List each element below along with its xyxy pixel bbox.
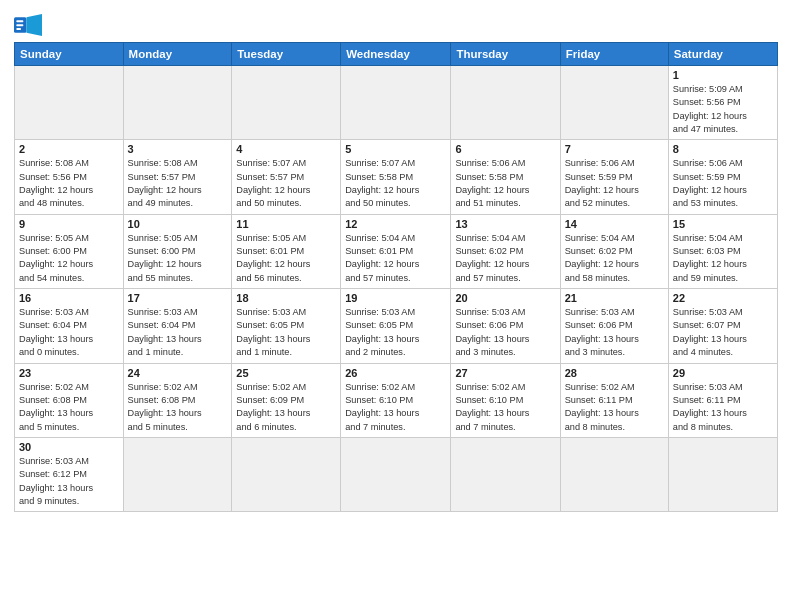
day-info: Sunrise: 5:03 AM Sunset: 6:05 PM Dayligh… bbox=[236, 306, 336, 359]
col-header-wednesday: Wednesday bbox=[341, 43, 451, 66]
svg-rect-3 bbox=[16, 24, 23, 26]
day-info: Sunrise: 5:03 AM Sunset: 6:07 PM Dayligh… bbox=[673, 306, 773, 359]
day-number: 15 bbox=[673, 218, 773, 230]
calendar-cell bbox=[15, 66, 124, 140]
calendar-cell: 14Sunrise: 5:04 AM Sunset: 6:02 PM Dayli… bbox=[560, 214, 668, 288]
day-info: Sunrise: 5:04 AM Sunset: 6:02 PM Dayligh… bbox=[455, 232, 555, 285]
col-header-sunday: Sunday bbox=[15, 43, 124, 66]
day-number: 24 bbox=[128, 367, 228, 379]
day-number: 20 bbox=[455, 292, 555, 304]
calendar-cell: 10Sunrise: 5:05 AM Sunset: 6:00 PM Dayli… bbox=[123, 214, 232, 288]
day-number: 4 bbox=[236, 143, 336, 155]
day-info: Sunrise: 5:03 AM Sunset: 6:11 PM Dayligh… bbox=[673, 381, 773, 434]
calendar-cell: 19Sunrise: 5:03 AM Sunset: 6:05 PM Dayli… bbox=[341, 289, 451, 363]
calendar-cell: 25Sunrise: 5:02 AM Sunset: 6:09 PM Dayli… bbox=[232, 363, 341, 437]
day-info: Sunrise: 5:04 AM Sunset: 6:01 PM Dayligh… bbox=[345, 232, 446, 285]
calendar-header-row: SundayMondayTuesdayWednesdayThursdayFrid… bbox=[15, 43, 778, 66]
calendar-cell: 17Sunrise: 5:03 AM Sunset: 6:04 PM Dayli… bbox=[123, 289, 232, 363]
calendar-cell: 4Sunrise: 5:07 AM Sunset: 5:57 PM Daylig… bbox=[232, 140, 341, 214]
day-number: 28 bbox=[565, 367, 664, 379]
svg-rect-2 bbox=[16, 20, 23, 22]
calendar-cell: 29Sunrise: 5:03 AM Sunset: 6:11 PM Dayli… bbox=[668, 363, 777, 437]
calendar-cell: 20Sunrise: 5:03 AM Sunset: 6:06 PM Dayli… bbox=[451, 289, 560, 363]
day-info: Sunrise: 5:09 AM Sunset: 5:56 PM Dayligh… bbox=[673, 83, 773, 136]
calendar-cell: 22Sunrise: 5:03 AM Sunset: 6:07 PM Dayli… bbox=[668, 289, 777, 363]
day-info: Sunrise: 5:04 AM Sunset: 6:02 PM Dayligh… bbox=[565, 232, 664, 285]
day-info: Sunrise: 5:02 AM Sunset: 6:11 PM Dayligh… bbox=[565, 381, 664, 434]
day-info: Sunrise: 5:03 AM Sunset: 6:06 PM Dayligh… bbox=[455, 306, 555, 359]
day-number: 13 bbox=[455, 218, 555, 230]
day-number: 30 bbox=[19, 441, 119, 453]
calendar-cell bbox=[341, 437, 451, 511]
day-number: 16 bbox=[19, 292, 119, 304]
calendar-week-2: 9Sunrise: 5:05 AM Sunset: 6:00 PM Daylig… bbox=[15, 214, 778, 288]
day-info: Sunrise: 5:03 AM Sunset: 6:06 PM Dayligh… bbox=[565, 306, 664, 359]
calendar-cell: 3Sunrise: 5:08 AM Sunset: 5:57 PM Daylig… bbox=[123, 140, 232, 214]
calendar-cell: 16Sunrise: 5:03 AM Sunset: 6:04 PM Dayli… bbox=[15, 289, 124, 363]
col-header-thursday: Thursday bbox=[451, 43, 560, 66]
day-number: 29 bbox=[673, 367, 773, 379]
calendar-week-0: 1Sunrise: 5:09 AM Sunset: 5:56 PM Daylig… bbox=[15, 66, 778, 140]
calendar-cell: 13Sunrise: 5:04 AM Sunset: 6:02 PM Dayli… bbox=[451, 214, 560, 288]
calendar-cell: 27Sunrise: 5:02 AM Sunset: 6:10 PM Dayli… bbox=[451, 363, 560, 437]
logo bbox=[14, 14, 46, 36]
calendar-cell: 21Sunrise: 5:03 AM Sunset: 6:06 PM Dayli… bbox=[560, 289, 668, 363]
calendar-cell bbox=[232, 66, 341, 140]
calendar-week-4: 23Sunrise: 5:02 AM Sunset: 6:08 PM Dayli… bbox=[15, 363, 778, 437]
calendar-cell: 6Sunrise: 5:06 AM Sunset: 5:58 PM Daylig… bbox=[451, 140, 560, 214]
day-number: 9 bbox=[19, 218, 119, 230]
day-info: Sunrise: 5:04 AM Sunset: 6:03 PM Dayligh… bbox=[673, 232, 773, 285]
calendar-cell bbox=[451, 437, 560, 511]
calendar-cell: 15Sunrise: 5:04 AM Sunset: 6:03 PM Dayli… bbox=[668, 214, 777, 288]
calendar-table: SundayMondayTuesdayWednesdayThursdayFrid… bbox=[14, 42, 778, 512]
day-info: Sunrise: 5:02 AM Sunset: 6:08 PM Dayligh… bbox=[128, 381, 228, 434]
day-number: 27 bbox=[455, 367, 555, 379]
day-info: Sunrise: 5:02 AM Sunset: 6:08 PM Dayligh… bbox=[19, 381, 119, 434]
day-number: 10 bbox=[128, 218, 228, 230]
page: SundayMondayTuesdayWednesdayThursdayFrid… bbox=[0, 0, 792, 612]
day-number: 5 bbox=[345, 143, 446, 155]
calendar-cell: 9Sunrise: 5:05 AM Sunset: 6:00 PM Daylig… bbox=[15, 214, 124, 288]
day-info: Sunrise: 5:05 AM Sunset: 6:00 PM Dayligh… bbox=[19, 232, 119, 285]
day-number: 26 bbox=[345, 367, 446, 379]
calendar-cell bbox=[668, 437, 777, 511]
day-number: 11 bbox=[236, 218, 336, 230]
day-number: 19 bbox=[345, 292, 446, 304]
calendar-cell: 18Sunrise: 5:03 AM Sunset: 6:05 PM Dayli… bbox=[232, 289, 341, 363]
day-number: 12 bbox=[345, 218, 446, 230]
calendar-cell: 7Sunrise: 5:06 AM Sunset: 5:59 PM Daylig… bbox=[560, 140, 668, 214]
calendar-cell: 28Sunrise: 5:02 AM Sunset: 6:11 PM Dayli… bbox=[560, 363, 668, 437]
calendar-cell bbox=[232, 437, 341, 511]
calendar-cell bbox=[560, 437, 668, 511]
day-number: 3 bbox=[128, 143, 228, 155]
day-info: Sunrise: 5:08 AM Sunset: 5:57 PM Dayligh… bbox=[128, 157, 228, 210]
calendar-cell: 30Sunrise: 5:03 AM Sunset: 6:12 PM Dayli… bbox=[15, 437, 124, 511]
day-info: Sunrise: 5:06 AM Sunset: 5:58 PM Dayligh… bbox=[455, 157, 555, 210]
calendar-cell bbox=[341, 66, 451, 140]
calendar-week-1: 2Sunrise: 5:08 AM Sunset: 5:56 PM Daylig… bbox=[15, 140, 778, 214]
day-info: Sunrise: 5:07 AM Sunset: 5:58 PM Dayligh… bbox=[345, 157, 446, 210]
day-info: Sunrise: 5:02 AM Sunset: 6:09 PM Dayligh… bbox=[236, 381, 336, 434]
day-number: 18 bbox=[236, 292, 336, 304]
calendar-cell: 2Sunrise: 5:08 AM Sunset: 5:56 PM Daylig… bbox=[15, 140, 124, 214]
day-number: 2 bbox=[19, 143, 119, 155]
col-header-tuesday: Tuesday bbox=[232, 43, 341, 66]
calendar-cell bbox=[451, 66, 560, 140]
calendar-week-3: 16Sunrise: 5:03 AM Sunset: 6:04 PM Dayli… bbox=[15, 289, 778, 363]
day-number: 14 bbox=[565, 218, 664, 230]
calendar-week-5: 30Sunrise: 5:03 AM Sunset: 6:12 PM Dayli… bbox=[15, 437, 778, 511]
day-info: Sunrise: 5:06 AM Sunset: 5:59 PM Dayligh… bbox=[673, 157, 773, 210]
calendar-cell: 26Sunrise: 5:02 AM Sunset: 6:10 PM Dayli… bbox=[341, 363, 451, 437]
calendar-cell bbox=[123, 66, 232, 140]
calendar-cell bbox=[560, 66, 668, 140]
day-info: Sunrise: 5:06 AM Sunset: 5:59 PM Dayligh… bbox=[565, 157, 664, 210]
day-number: 6 bbox=[455, 143, 555, 155]
day-info: Sunrise: 5:05 AM Sunset: 6:01 PM Dayligh… bbox=[236, 232, 336, 285]
calendar-cell: 5Sunrise: 5:07 AM Sunset: 5:58 PM Daylig… bbox=[341, 140, 451, 214]
day-info: Sunrise: 5:02 AM Sunset: 6:10 PM Dayligh… bbox=[455, 381, 555, 434]
svg-marker-1 bbox=[26, 14, 42, 36]
day-number: 25 bbox=[236, 367, 336, 379]
day-number: 1 bbox=[673, 69, 773, 81]
header-area bbox=[14, 10, 778, 36]
logo-icon bbox=[14, 14, 42, 36]
